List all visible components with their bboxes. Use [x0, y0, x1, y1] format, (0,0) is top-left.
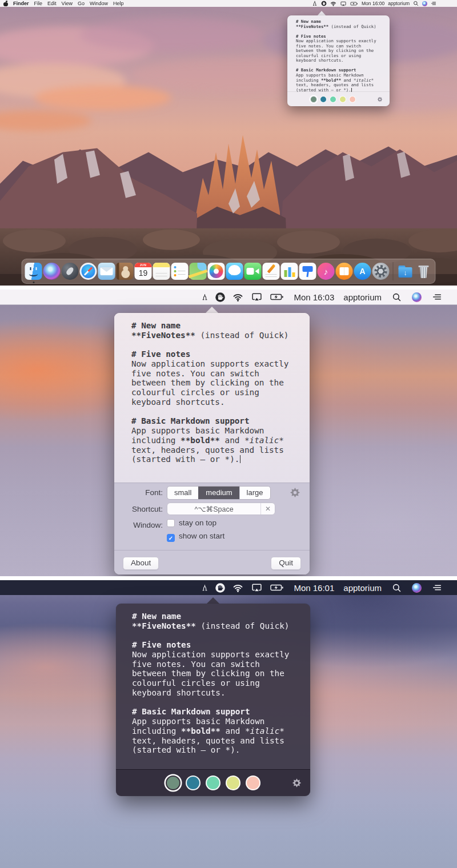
- menu-bar-clock[interactable]: Mon 16:03: [294, 292, 334, 302]
- settings-gear-icon[interactable]: [290, 487, 300, 498]
- menu-file[interactable]: File: [34, 1, 43, 6]
- dock-mail[interactable]: [98, 263, 115, 280]
- note-color-5[interactable]: [246, 775, 260, 790]
- airplay-display-icon[interactable]: [250, 582, 263, 593]
- dock-numbers[interactable]: [281, 263, 298, 280]
- spotlight-search-icon[interactable]: [392, 583, 402, 593]
- note-line: # Basic Markdown support: [131, 416, 310, 426]
- dock-facetime[interactable]: [244, 263, 262, 280]
- settings-gear-icon[interactable]: [292, 778, 302, 788]
- caliper-icon[interactable]: [312, 1, 318, 6]
- note-line: # New name: [132, 612, 308, 621]
- shortcut-clear-button[interactable]: ✕: [260, 503, 275, 515]
- menu-finder[interactable]: Finder: [13, 1, 29, 6]
- about-button[interactable]: About: [123, 557, 159, 570]
- dock-prefs[interactable]: [372, 263, 390, 280]
- dock-ibooks[interactable]: [336, 263, 353, 280]
- fivenotes-hand-icon[interactable]: [321, 1, 327, 6]
- menu-bar-clock[interactable]: Mon 16:01: [294, 583, 334, 593]
- font-size-option-small[interactable]: small: [167, 487, 198, 499]
- note-color-1[interactable]: [166, 775, 181, 790]
- settings-gear-icon[interactable]: [377, 97, 383, 102]
- note-color-2[interactable]: [320, 96, 327, 103]
- notification-center-icon[interactable]: [431, 1, 436, 6]
- wifi-icon[interactable]: [232, 292, 244, 303]
- menu-bar-user[interactable]: apptorium: [343, 583, 382, 593]
- note-footer: [287, 91, 390, 106]
- note-color-row: [166, 775, 260, 790]
- battery-charging-icon[interactable]: [350, 1, 358, 7]
- dock-downloads[interactable]: ↓: [397, 263, 414, 280]
- dock-siri[interactable]: [43, 263, 61, 280]
- note-color-3[interactable]: [330, 96, 336, 103]
- stay-on-top-checkbox[interactable]: [167, 519, 175, 527]
- note-color-4[interactable]: [339, 96, 346, 103]
- dock-itunes[interactable]: ♪: [318, 263, 335, 280]
- dock-appstore[interactable]: A: [354, 263, 371, 280]
- dock-contacts[interactable]: [117, 263, 134, 280]
- caliper-icon[interactable]: [201, 583, 209, 593]
- spotlight-search-icon[interactable]: [413, 1, 419, 6]
- dock-trash[interactable]: [415, 263, 432, 280]
- font-size-option-medium[interactable]: medium: [198, 487, 239, 499]
- note-line: keyboard shortcuts.: [296, 58, 387, 63]
- note-color-1[interactable]: [310, 96, 317, 103]
- font-size-option-large[interactable]: large: [239, 487, 270, 499]
- menu-edit[interactable]: Edit: [47, 1, 57, 6]
- note-line: **FiveNotes** (instead of Quick): [131, 331, 310, 340]
- dock-messages[interactable]: [226, 263, 243, 280]
- dock-notes[interactable]: [153, 263, 170, 280]
- note-color-4[interactable]: [226, 775, 240, 790]
- note-color-2[interactable]: [186, 775, 201, 790]
- battery-charging-icon[interactable]: [270, 582, 284, 593]
- dock-photos[interactable]: [208, 263, 225, 280]
- dock-safari[interactable]: [80, 263, 97, 280]
- menu-help[interactable]: Help: [113, 1, 124, 6]
- notification-center-icon[interactable]: [432, 582, 442, 593]
- dock-maps[interactable]: [190, 263, 207, 280]
- caliper-icon[interactable]: [201, 292, 209, 302]
- menu-bar-user[interactable]: apptorium: [343, 292, 382, 302]
- note-line: **FiveNotes** (instead of Quick): [132, 621, 308, 631]
- note-color-3[interactable]: [206, 775, 221, 790]
- note-line: colourful circles or using: [131, 388, 310, 397]
- dock-pages[interactable]: [263, 263, 280, 280]
- siri-icon[interactable]: [412, 583, 422, 593]
- note-editor[interactable]: # New name**FiveNotes** (instead of Quic…: [114, 313, 310, 491]
- light-mode-view: Mon 16:03 apptorium # New name**FiveNote…: [0, 290, 457, 576]
- menu-bar-clock[interactable]: Mon 16:00: [362, 1, 384, 6]
- fivenotes-hand-icon[interactable]: [215, 582, 226, 593]
- note-line: keyboard shortcuts.: [131, 397, 310, 407]
- note-color-5[interactable]: [349, 96, 356, 103]
- menu-bar-user[interactable]: apptorium: [388, 1, 410, 6]
- dock-keynote[interactable]: [299, 263, 316, 280]
- menu-go[interactable]: Go: [78, 1, 85, 6]
- shortcut-field[interactable]: ^⌥⌘Space ✕: [167, 503, 275, 515]
- note-line: text, headers, quotes and lists: [132, 736, 308, 746]
- menu-view[interactable]: View: [62, 1, 73, 6]
- airplay-display-icon[interactable]: [340, 1, 347, 7]
- siri-icon[interactable]: [422, 1, 427, 6]
- apple-menu-icon[interactable]: [3, 1, 8, 6]
- quit-button[interactable]: Quit: [271, 557, 301, 570]
- dock-launchpad[interactable]: [62, 263, 79, 280]
- show-on-start-label: show on start: [179, 532, 225, 540]
- fivenotes-hand-icon[interactable]: [215, 292, 226, 303]
- wifi-icon[interactable]: [232, 582, 244, 593]
- note-editor[interactable]: # New name**FiveNotes** (instead of Quic…: [296, 19, 387, 93]
- show-on-start-checkbox[interactable]: ✓: [167, 534, 175, 542]
- airplay-display-icon[interactable]: [250, 291, 263, 303]
- appstore-glyph: A: [354, 263, 371, 280]
- dock-calendar[interactable]: JUN19: [135, 263, 152, 280]
- menu-window[interactable]: Window: [90, 1, 108, 6]
- notification-center-icon[interactable]: [432, 292, 442, 302]
- desktop-view: FinderFileEditViewGoWindowHelp Mon 16:00…: [0, 0, 457, 286]
- dock-reminders[interactable]: [171, 263, 189, 280]
- spotlight-search-icon[interactable]: [392, 292, 402, 302]
- dock-finder[interactable]: [25, 263, 42, 280]
- siri-icon[interactable]: [412, 292, 422, 302]
- note-line: including **bold** and *italic*: [131, 436, 310, 445]
- battery-charging-icon[interactable]: [270, 291, 284, 303]
- note-editor[interactable]: # New name**FiveNotes** (instead of Quic…: [132, 612, 308, 755]
- wifi-icon[interactable]: [330, 1, 336, 7]
